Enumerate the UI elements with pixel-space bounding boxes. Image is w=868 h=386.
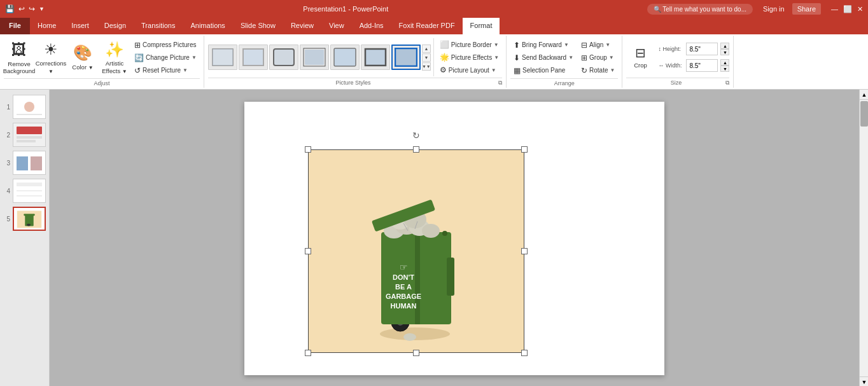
tab-format[interactable]: Format: [463, 18, 500, 34]
picture-effects-label: Picture Effects: [451, 54, 492, 61]
handle-bottom-right[interactable]: [521, 350, 528, 356]
rotate-label: Rotate: [589, 67, 608, 74]
style-thumb-3[interactable]: [269, 45, 298, 70]
svg-rect-19: [17, 156, 28, 170]
selected-image-container[interactable]: ↻: [308, 149, 524, 353]
group-button[interactable]: ⊞ Group ▼: [578, 52, 618, 64]
height-down[interactable]: ▼: [720, 49, 729, 55]
tab-home[interactable]: Home: [30, 18, 64, 34]
picture-effects-button[interactable]: 🌟 Picture Effects ▼: [437, 52, 502, 64]
divider: [433, 38, 434, 76]
svg-rect-1: [213, 49, 233, 65]
selection-pane-button[interactable]: ▦ Selection Pane: [510, 64, 577, 76]
tab-animations[interactable]: Animations: [183, 18, 232, 34]
gallery-scroll-down[interactable]: ▼: [422, 53, 431, 62]
tab-file[interactable]: File: [0, 18, 30, 34]
svg-text:BE A: BE A: [395, 283, 412, 291]
picture-layout-button[interactable]: ⚙ Picture Layout ▼: [437, 64, 502, 76]
style-thumb-1[interactable]: [208, 45, 237, 70]
width-up[interactable]: ▲: [720, 59, 729, 65]
bring-forward-button[interactable]: ⬆ Bring Forward ▼: [510, 39, 577, 51]
reset-picture-button[interactable]: ↺ Reset Picture ▼: [131, 64, 200, 76]
style-thumb-5[interactable]: [330, 45, 360, 70]
selection-pane-icon: ▦: [514, 66, 521, 75]
customize-icon[interactable]: ▼: [39, 6, 45, 12]
rotate-handle[interactable]: ↻: [412, 130, 421, 139]
close-button[interactable]: ✕: [857, 5, 863, 13]
send-backward-button[interactable]: ⬇ Send Backward ▼: [510, 52, 577, 64]
restore-button[interactable]: ⬜: [843, 5, 852, 13]
align-button[interactable]: ⊟ Align ▼: [578, 39, 618, 51]
crop-label: Crop: [634, 62, 647, 69]
picture-styles-content: ▲ ▼ ▼▼ ⬜ Picture Border ▼ 🌟: [208, 37, 502, 78]
scroll-down-button[interactable]: ▼: [860, 376, 868, 386]
compress-pictures-button[interactable]: ⊞ Compress Pictures: [131, 39, 200, 51]
style-thumb-7[interactable]: [391, 45, 421, 70]
handle-middle-right[interactable]: [521, 248, 528, 254]
slide-canvas: ↻: [244, 102, 664, 375]
width-spinner: ▲ ▼: [720, 59, 729, 72]
svg-rect-10: [395, 48, 417, 66]
scroll-thumb[interactable]: [860, 101, 868, 127]
selection-pane-label: Selection Pane: [522, 67, 565, 74]
size-group-content: ⊟ Crop ↕ Height: ▲ ▼ ↔: [626, 37, 729, 78]
redo-icon[interactable]: ↪: [29, 4, 35, 13]
minimize-button[interactable]: —: [831, 5, 838, 13]
handle-bottom-middle[interactable]: [413, 350, 419, 356]
slide-thumb-1[interactable]: 1: [3, 95, 46, 119]
width-down[interactable]: ▼: [720, 65, 729, 72]
slide-thumb-5[interactable]: 5: [3, 207, 46, 231]
remove-bg-label: RemoveBackground: [3, 60, 36, 75]
undo-icon[interactable]: ↩: [18, 4, 25, 13]
rotate-button[interactable]: ↻ Rotate ▼: [578, 64, 618, 76]
handle-top-right[interactable]: [521, 146, 528, 153]
svg-point-51: [442, 231, 447, 236]
adjust-group-content: 🖼 RemoveBackground ☀ Corrections ▼ 🎨 Col…: [4, 37, 200, 78]
save-icon[interactable]: 💾: [5, 4, 15, 13]
tab-addins[interactable]: Add-Ins: [352, 18, 391, 34]
height-up[interactable]: ▲: [720, 43, 729, 49]
gallery-scroll-up[interactable]: ▲: [422, 45, 431, 53]
slide-thumb-3[interactable]: 3: [3, 151, 46, 175]
handle-top-left[interactable]: [305, 146, 311, 153]
color-button[interactable]: 🎨 Color ▼: [67, 38, 98, 78]
change-picture-button[interactable]: 🔄 Change Picture ▼: [131, 52, 200, 64]
tab-design[interactable]: Design: [97, 18, 134, 34]
svg-rect-15: [17, 127, 42, 134]
style-thumb-6[interactable]: [361, 45, 390, 70]
picture-border-button[interactable]: ⬜ Picture Border ▼: [437, 39, 502, 51]
crop-button[interactable]: ⊟ Crop: [626, 38, 654, 77]
handle-middle-left[interactable]: [305, 248, 311, 254]
height-input[interactable]: [686, 43, 718, 55]
size-dialog-launcher[interactable]: ⧉: [725, 79, 729, 86]
gallery-scroll-more[interactable]: ▼▼: [422, 62, 431, 71]
tab-slideshow[interactable]: Slide Show: [233, 18, 283, 34]
width-input[interactable]: [686, 59, 718, 72]
picture-styles-dialog-launcher[interactable]: ⧉: [498, 79, 502, 86]
share-button[interactable]: Share: [792, 3, 821, 15]
tab-view[interactable]: View: [321, 18, 352, 34]
width-row: ↔ Width: ▲ ▼: [658, 59, 729, 72]
artistic-effects-button[interactable]: ✨ ArtisticEffects ▼: [99, 38, 130, 78]
tab-review[interactable]: Review: [283, 18, 321, 34]
tell-me-box[interactable]: 🔍 Tell me what you want to do...: [647, 4, 753, 15]
tab-insert[interactable]: Insert: [64, 18, 97, 34]
style-thumb-2[interactable]: [239, 45, 268, 70]
tab-transitions[interactable]: Transitions: [134, 18, 183, 34]
remove-background-button[interactable]: 🖼 RemoveBackground: [4, 38, 34, 78]
corrections-button[interactable]: ☀ Corrections ▼: [36, 38, 66, 78]
picture-styles-label: Picture Styles ⧉: [208, 78, 502, 86]
arrange-col2: ⊟ Align ▼ ⊞ Group ▼ ↻ Rotate ▼: [578, 39, 618, 76]
slide-thumb-2[interactable]: 2: [3, 123, 46, 147]
compress-label: Compress Pictures: [143, 41, 196, 48]
svg-point-52: [403, 333, 416, 341]
svg-text:DON'T: DON'T: [393, 273, 414, 281]
quick-access-toolbar: 💾 ↩ ↪ ▼: [0, 4, 50, 13]
signin-button[interactable]: Sign in: [763, 5, 785, 13]
tab-foxit[interactable]: Foxit Reader PDF: [391, 18, 463, 34]
style-thumb-4[interactable]: [300, 45, 329, 70]
scroll-up-button[interactable]: ▲: [860, 90, 868, 100]
handle-bottom-left[interactable]: [305, 350, 311, 356]
handle-top-middle[interactable]: [413, 146, 419, 153]
slide-thumb-4[interactable]: 4: [3, 179, 46, 203]
